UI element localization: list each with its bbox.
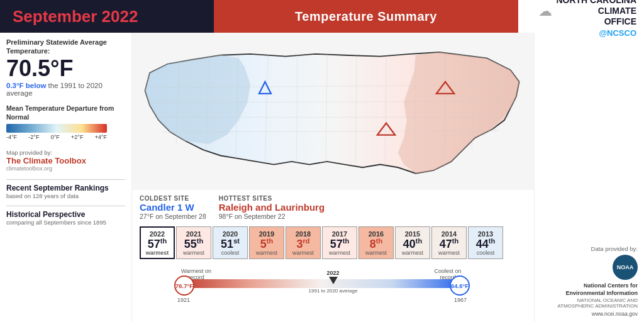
ncei-name-line2: Environmental Information [565, 290, 638, 297]
rankings-table-section: 202257thwarmest202155thwarmest202051stco… [132, 223, 534, 263]
rankings-sub: based on 128 years of data [6, 192, 125, 199]
hist-warmest-value: 76.7°F [174, 275, 194, 296]
ncei-url: www.ncei.noaa.gov [592, 311, 638, 317]
rank-label-2018: warmest [292, 250, 314, 256]
hist-coolest-year: 1967 [454, 297, 467, 303]
rank-label-2013: coolest [477, 250, 495, 256]
rank-num-2015: 40th [403, 238, 422, 250]
rank-cell-2013: 201344thcoolest [468, 226, 503, 259]
coldest-site-label: COLDEST SITE [140, 195, 206, 202]
hottest-site-label: HOTTEST SITES [219, 195, 325, 202]
rank-num-2017: 57th [330, 238, 349, 250]
nc-map-svg [132, 33, 534, 190]
page-title: September 2022 [13, 7, 138, 26]
legend-section: Mean Temperature Departure from Normal -… [6, 104, 125, 140]
historical-bar-section: Warmest on record 76.7°F 1921 Coolest on… [132, 263, 534, 301]
rank-cell-2016: 20168thwarmest [358, 226, 394, 259]
noaa-logo: NOAA [613, 255, 638, 280]
rank-cell-2014: 201447thwarmest [431, 226, 467, 259]
ncei-name-line1: National Centers for [584, 282, 638, 290]
center-panel: COLDEST SITE Candler 1 W 27°F on Septemb… [132, 33, 534, 322]
historical-section: Historical Perspective comparing all Sep… [6, 206, 125, 226]
hottest-site-detail: 98°F on September 22 [219, 213, 325, 220]
rank-cell-2022: 202257thwarmest [140, 226, 175, 259]
ncei-sub: NATIONAL OCEANIC AND ATMOSPHERIC ADMINIS… [541, 297, 638, 309]
map-credit-by: Map provided by: [6, 149, 125, 156]
rank-cell-2019: 20195thwarmest [249, 226, 284, 259]
data-credit-label: Data provided by: [591, 245, 638, 252]
sites-section: COLDEST SITE Candler 1 W 27°F on Septemb… [132, 190, 534, 223]
legend-label-4: +4°F [95, 134, 107, 140]
rank-label-2014: warmest [438, 250, 460, 256]
rank-num-2022: 57th [148, 238, 167, 250]
header-right: ☁ NORTH CAROLINA CLIMATE OFFICE @NCSCO [518, 0, 644, 33]
rank-num-2014: 47th [440, 238, 458, 250]
legend-label-3: +2°F [71, 134, 83, 140]
rank-num-2019: 5th [260, 238, 273, 250]
rank-num-2016: 8th [370, 238, 382, 250]
rank-label-2017: warmest [329, 250, 350, 256]
rank-label-2016: warmest [365, 250, 387, 256]
coldest-site-detail: 27°F on September 28 [140, 213, 206, 220]
avg-temp-value: 70.5°F [6, 56, 125, 81]
rank-num-2021: 55th [184, 238, 203, 250]
hist-bar-container: Warmest on record 76.7°F 1921 Coolest on… [140, 267, 526, 298]
map-credit-url: climatetoolbox.org [6, 165, 125, 172]
hist-gradient-bar [177, 279, 464, 288]
legend-labels: -4°F -2°F 0°F +2°F +4°F [6, 134, 107, 140]
rank-label-2021: warmest [183, 250, 204, 256]
rank-cell-2018: 20183rdwarmest [286, 226, 321, 259]
nc-logo-line1: NORTH CAROLINA [556, 0, 636, 6]
rank-label-2019: warmest [256, 250, 277, 256]
header-left: September 2022 [0, 0, 214, 33]
rank-num-2018: 3rd [296, 238, 309, 250]
avg-temp-note: 0.3°F below the 1991 to 2020 average [6, 82, 125, 97]
avg-temp-below: 0.3°F below [6, 82, 46, 89]
hottest-site-name: Raleigh and Laurinburg [219, 202, 325, 213]
legend-label-0: -4°F [6, 134, 17, 140]
hist-warmest-year: 1921 [177, 297, 190, 303]
coldest-site-name: Candler 1 W [140, 202, 206, 213]
avg-temp-label: Preliminary Statewide Average Temperatur… [6, 38, 125, 56]
coldest-site: COLDEST SITE Candler 1 W 27°F on Septemb… [140, 195, 206, 220]
rank-label-2020: coolest [221, 250, 240, 256]
hist-coolest-value: 64.6°F [450, 275, 470, 296]
legend-label-2: 0°F [51, 134, 60, 140]
hist-current-year-arrow [329, 277, 338, 284]
map-credit-name: The Climate Toolbox [6, 156, 125, 165]
rank-num-2020: 51st [221, 238, 240, 250]
rank-cell-2020: 202051stcoolest [213, 226, 248, 259]
temperature-summary-label: Temperature Summary [295, 9, 437, 24]
hist-avg-marker: 1991 to 2020 average [309, 288, 358, 294]
legend-bar [6, 124, 107, 133]
left-panel: Preliminary Statewide Average Temperatur… [0, 33, 132, 322]
legend-title: Mean Temperature Departure from Normal [6, 104, 125, 121]
header: September 2022 Temperature Summary ☁ NOR… [0, 0, 644, 33]
historical-sub: comparing all Septembers since 1895 [6, 219, 125, 226]
rank-cell-2017: 201757thwarmest [322, 226, 357, 259]
avg-temp-section: Preliminary Statewide Average Temperatur… [6, 38, 125, 97]
rankings-table: 202257thwarmest202155thwarmest202051stco… [140, 226, 526, 259]
header-center: Temperature Summary [214, 0, 518, 33]
map-credit: Map provided by: The Climate Toolbox cli… [6, 149, 125, 172]
rank-label-2015: warmest [402, 250, 423, 256]
noaa-logo-text: NOAA [617, 264, 634, 270]
rank-label-2022: warmest [146, 250, 169, 256]
right-panel: Data provided by: NOAA National Centers … [534, 33, 644, 322]
rank-cell-2015: 201540thwarmest [395, 226, 430, 259]
rank-num-2013: 44th [476, 238, 495, 250]
hottest-site: HOTTEST SITES Raleigh and Laurinburg 98°… [219, 195, 325, 220]
nc-map-area [132, 33, 534, 190]
cloud-icon: ☁ [538, 3, 552, 19]
rank-cell-2021: 202155thwarmest [176, 226, 211, 259]
rankings-section: Recent September Rankings based on 128 y… [6, 179, 125, 199]
rankings-title: Recent September Rankings [6, 184, 125, 192]
main-content: Preliminary Statewide Average Temperatur… [0, 33, 644, 322]
nc-climate-office-logo: ☁ NORTH CAROLINA CLIMATE OFFICE [538, 0, 636, 27]
historical-title: Historical Perspective [6, 210, 125, 219]
nc-logo-line2: CLIMATE OFFICE [556, 6, 636, 27]
legend-label-1: -2°F [28, 134, 39, 140]
hist-current-year-marker: 2022 [326, 270, 339, 276]
